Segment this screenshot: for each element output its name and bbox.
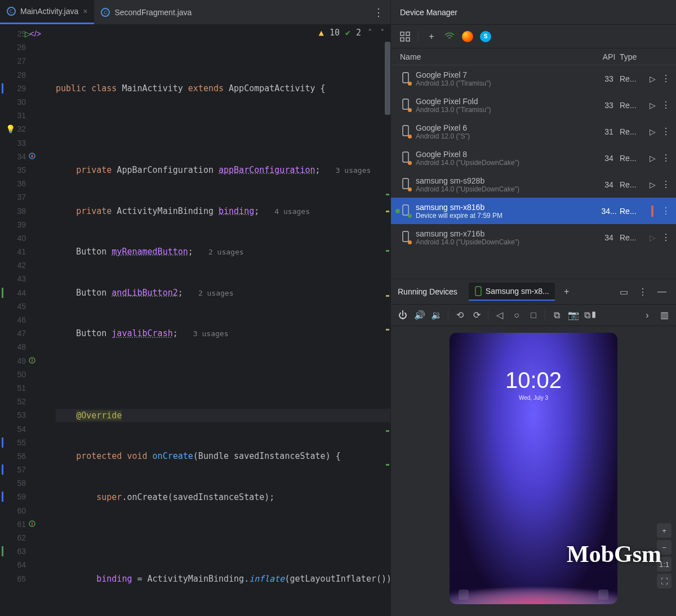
more-icon[interactable]: ⋮ [635, 284, 650, 299]
file-tab-main-activity[interactable]: C MainActivity.java × [0, 0, 94, 24]
kebab-menu-icon[interactable]: ⋮ [661, 100, 670, 110]
phone-icon [401, 178, 411, 191]
code-tag-icon[interactable]: </> [30, 29, 41, 38]
volume-down-icon[interactable]: 🔉 [429, 308, 444, 323]
play-icon[interactable]: ▷ [650, 127, 656, 136]
power-icon[interactable]: ⏻ [395, 308, 410, 323]
watermark: MobGsm [567, 541, 661, 568]
overview-icon[interactable]: □ [526, 308, 541, 323]
device-row[interactable]: samsung sm-x816bDevice will expire at 7:… [391, 198, 676, 224]
running-devices-bar: Running Devices Samsung sm-x8... + ▭ ⋮ — [391, 279, 676, 305]
device-name: Google Pixel 8 [416, 150, 598, 159]
warning-icon: ▲ [319, 26, 324, 39]
device-subtitle: Android 14.0 ("UpsideDownCake") [416, 238, 598, 246]
col-api[interactable]: API [598, 52, 620, 61]
home-icon[interactable]: ○ [509, 308, 524, 323]
svg-rect-9 [403, 126, 408, 136]
device-subtitle: Android 13.0 ("Tiramisu") [416, 79, 598, 87]
minimize-icon[interactable]: — [655, 284, 669, 299]
scrollbar-error-stripe[interactable] [385, 25, 390, 616]
java-class-icon: C [101, 8, 110, 17]
gutter: 25 ▷ </> 26 27 28 29 30 31 32 💡 33 34 35… [0, 25, 56, 616]
svg-rect-3 [401, 32, 404, 35]
code-area[interactable]: ▲ 10 ✔ 2 ˄ ˅ public class MainActivity e… [56, 25, 390, 616]
phone-icon [401, 99, 411, 111]
check-icon: ✔ [345, 26, 350, 39]
override-icon[interactable] [29, 152, 35, 161]
running-devices-title: Running Devices [398, 287, 464, 296]
kebab-menu-icon[interactable]: ⋮ [661, 153, 670, 163]
scrollbar-thumb[interactable] [385, 42, 390, 115]
device-table-header: Name API Type [391, 48, 676, 65]
chevron-right-icon[interactable]: › [640, 308, 655, 323]
svg-rect-14 [475, 287, 481, 296]
pair-qr-icon[interactable] [398, 29, 412, 44]
device-row[interactable]: Google Pixel 6Android 12.0 ("S")31Re...▷… [391, 118, 676, 145]
device-name: samsung sm-s928b [416, 176, 598, 185]
add-running-device-icon[interactable]: + [559, 284, 574, 299]
svg-rect-5 [401, 38, 404, 41]
kebab-menu-icon[interactable]: ⋮ [661, 233, 670, 242]
inspection-widget[interactable]: ▲ 10 ✔ 2 ˄ ˅ [319, 26, 386, 39]
running-device-tab[interactable]: Samsung sm-x8... [469, 283, 555, 301]
device-type: Re... [620, 74, 644, 83]
override-icon[interactable] [29, 356, 35, 365]
kebab-menu-icon[interactable]: ⋮ [661, 180, 670, 189]
play-icon[interactable]: ▷ [650, 74, 656, 83]
firebase-icon[interactable] [460, 29, 475, 44]
kebab-menu-icon[interactable]: ⋮ [661, 74, 670, 83]
rotate-right-icon[interactable]: ⟳ [469, 308, 484, 323]
play-icon[interactable]: ▷ [650, 154, 656, 163]
window-icon[interactable]: ▭ [616, 284, 631, 299]
play-icon[interactable]: ▷ [650, 180, 656, 189]
device-row[interactable]: Google Pixel 8Android 14.0 ("UpsideDownC… [391, 145, 676, 171]
device-api: 34 [598, 154, 620, 163]
device-subtitle: Android 14.0 ("UpsideDownCake") [416, 185, 598, 193]
volume-up-icon[interactable]: 🔊 [412, 308, 427, 323]
record-icon[interactable]: ⧉▮ [583, 308, 598, 323]
device-row[interactable]: samsung sm-s928bAndroid 14.0 ("UpsideDow… [391, 171, 676, 198]
lock-screen-time: 10:02 [450, 368, 617, 393]
phone-icon [401, 125, 411, 138]
skype-icon[interactable]: S [478, 29, 493, 44]
device-name: Google Pixel 6 [416, 123, 598, 132]
zoom-in-icon[interactable]: + [657, 523, 671, 538]
svg-rect-7 [403, 73, 408, 83]
kebab-menu-icon[interactable]: ⋮ [661, 206, 670, 216]
play-icon[interactable]: ▷ [650, 233, 656, 242]
device-api: 34... [598, 207, 620, 216]
back-icon[interactable]: ◁ [492, 308, 507, 323]
device-row[interactable]: Google Pixel 7Android 13.0 ("Tiramisu")3… [391, 65, 676, 92]
intention-bulb-icon[interactable]: 💡 [6, 124, 15, 133]
wifi-icon[interactable] [442, 29, 457, 44]
device-control-bar: ⏻ 🔊 🔉 ⟲ ⟳ ◁ ○ □ ⧉ 📷 ⧉▮ › ▥ [391, 305, 676, 326]
snapshot-icon[interactable]: ⧉ [549, 308, 564, 323]
device-subtitle: Android 13.0 ("Tiramisu") [416, 106, 598, 114]
zoom-fit-icon[interactable]: ⛶ [657, 574, 671, 588]
col-name[interactable]: Name [395, 52, 598, 61]
play-icon[interactable]: ▷ [650, 101, 656, 110]
svg-rect-10 [403, 152, 408, 162]
prev-highlight-icon[interactable]: ˄ [367, 26, 373, 39]
override-icon[interactable] [29, 520, 35, 529]
kebab-menu-icon[interactable]: ⋮ [661, 127, 670, 136]
phone-icon [401, 231, 411, 244]
running-device-label: Samsung sm-x8... [486, 287, 549, 296]
file-tab-second-fragment[interactable]: C SecondFragment.java [94, 0, 198, 24]
device-row[interactable]: samsung sm-x716bAndroid 14.0 ("UpsideDow… [391, 224, 676, 251]
device-api: 31 [598, 127, 620, 136]
editor-panel: C MainActivity.java × C SecondFragment.j… [0, 0, 390, 616]
rotate-left-icon[interactable]: ⟲ [452, 308, 467, 323]
editor-tab-bar: C MainActivity.java × C SecondFragment.j… [0, 0, 390, 25]
device-row[interactable]: Google Pixel FoldAndroid 13.0 ("Tiramisu… [391, 92, 676, 118]
add-device-icon[interactable]: + [424, 29, 439, 44]
col-type[interactable]: Type [620, 52, 644, 61]
close-icon[interactable]: × [83, 7, 87, 16]
device-api: 33 [598, 101, 620, 110]
tab-bar-menu-icon[interactable]: ⋮ [367, 6, 390, 19]
screenshot-icon[interactable]: 📷 [566, 308, 581, 323]
nav-camera-icon [598, 590, 608, 600]
layout-icon[interactable]: ▥ [657, 308, 671, 323]
warnings-count: 10 [330, 26, 340, 39]
stop-icon[interactable] [651, 206, 653, 217]
